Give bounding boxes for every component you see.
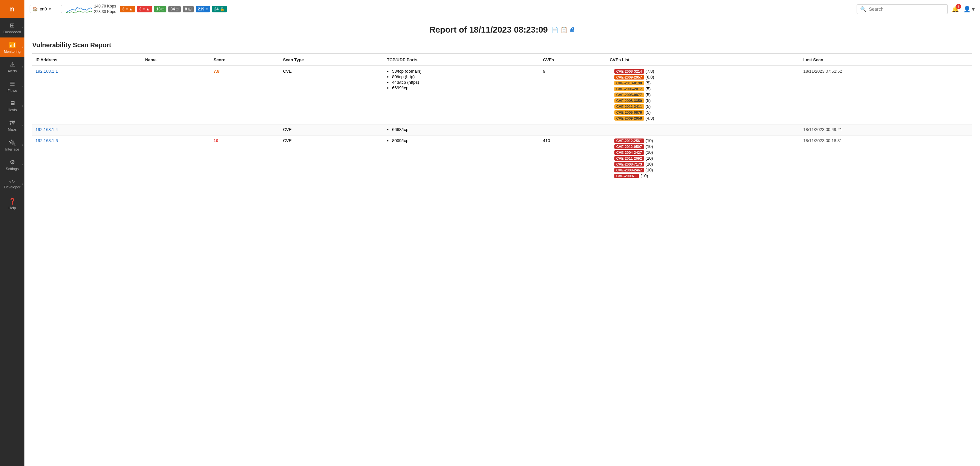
cell-cves-list — [606, 124, 800, 136]
badge-lists-blue[interactable]: 219 ≡ — [196, 6, 210, 13]
search-input[interactable] — [869, 6, 944, 12]
ip-link[interactable]: 192.168.1.1 — [35, 69, 58, 73]
badge-flows-green[interactable]: 13 □ — [154, 6, 166, 13]
col-cves-list: CVEs List — [606, 54, 800, 66]
cve-tag[interactable]: CVE-2008-3350 — [614, 98, 644, 103]
interface-name: en0 — [40, 6, 47, 11]
alerts-icon: ⚠ — [10, 61, 15, 68]
notifications-button[interactable]: 🔔 3 — [952, 6, 959, 13]
cve-tag[interactable]: CVE-2008-7173 — [614, 162, 644, 166]
cve-tag[interactable]: CVE-2009-2958 — [614, 116, 644, 121]
topbar-icons: 🔔 3 👤 ▾ — [952, 6, 975, 13]
cell-ip: 192.168.1.4 — [32, 124, 142, 136]
badge-alerts-red[interactable]: 3 ≡ ▲ — [137, 6, 152, 13]
cve-tag[interactable]: CVE-2005-0877 — [614, 93, 644, 97]
chevron-icon: › — [22, 144, 23, 147]
cell-ip: 192.168.1.1 — [32, 66, 142, 124]
settings-icon: ⚙ — [10, 159, 15, 166]
chevron-icon: › — [22, 46, 23, 49]
traffic-down: 223.30 Kbps — [94, 9, 116, 15]
vulnerability-table: IP Address Name Score Scan Type TCP/UDP … — [32, 53, 972, 182]
cve-tag[interactable]: CVE-2012-2561 — [614, 139, 644, 143]
sidebar-item-label: Hosts — [8, 108, 17, 112]
chevron-icon: › — [22, 182, 23, 186]
sidebar: n ⊞ Dashboard › 📶 Monitoring › ⚠ Alerts … — [0, 0, 24, 466]
badge-alerts-orange[interactable]: 3 ≡ ▲ — [120, 6, 135, 13]
cve-tag[interactable]: CVE-2005-0876 — [614, 110, 644, 115]
dashboard-icon: ⊞ — [10, 22, 15, 29]
cell-score: 10 — [210, 136, 280, 182]
col-scan-type: Scan Type — [280, 54, 383, 66]
sidebar-item-label: Developer — [4, 185, 20, 189]
cve-list-item: CVE-2009-2467 (10) — [614, 168, 797, 172]
report-title-text: Report of 18/11/2023 08:23:09 — [429, 25, 547, 35]
sidebar-item-maps[interactable]: 🗺 Maps › — [0, 116, 24, 135]
cve-list-item: CVE-2004-2427 (10) — [614, 150, 797, 155]
cell-score: 7.8 — [210, 66, 280, 124]
cell-cves-count: 9 — [540, 66, 606, 124]
cve-tag[interactable]: CVE-2009-2467 — [614, 168, 644, 172]
badge-flows-gray[interactable]: 34 □ — [168, 6, 181, 13]
search-box[interactable]: 🔍 — [857, 4, 948, 14]
cell-ports: 6668/tcp — [383, 124, 540, 136]
col-score: Score — [210, 54, 280, 66]
cve-tag[interactable]: CVE-2013-0198 — [614, 81, 644, 85]
cve-tag[interactable]: CVE-2009-2957 — [614, 75, 644, 80]
badge-hosts-gray[interactable]: 8 ⊞ — [183, 6, 194, 13]
sidebar-item-developer[interactable]: </> Developer › — [0, 174, 24, 194]
score-value: 10 — [213, 138, 218, 143]
developer-icon: </> — [9, 179, 15, 184]
cve-tag[interactable]: CVE-2006-2017 — [614, 87, 644, 91]
ip-link[interactable]: 192.168.1.6 — [35, 138, 58, 143]
user-menu-button[interactable]: 👤 ▾ — [963, 6, 975, 13]
cve-list-item: CVE-2008-3214 (7.8) — [614, 69, 797, 73]
download-csv-icon[interactable]: 📋 — [560, 26, 568, 34]
print-icon[interactable]: 🖨 — [570, 26, 575, 33]
badge-shield-teal[interactable]: 24 🔒 — [212, 6, 227, 13]
cve-list-item: CVE-2008-7173 (10) — [614, 162, 797, 166]
cell-name — [142, 136, 210, 182]
ip-link[interactable]: 192.168.1.4 — [35, 127, 58, 132]
sidebar-item-label: Maps — [8, 128, 17, 131]
sidebar-item-label: Settings — [6, 167, 19, 171]
section-title: Vulnerability Scan Report — [32, 41, 972, 49]
cve-tag[interactable]: CVE-2012-0507 — [614, 144, 644, 149]
cell-scan-type: CVE — [280, 124, 383, 136]
cell-last-scan: 18/11/2023 00:18:31 — [800, 136, 972, 182]
cve-list-item: CVE-2006-2017 (5) — [614, 86, 797, 91]
interface-icon: 🔌 — [9, 139, 16, 146]
cell-cves-list: CVE-2012-2561 (10)CVE-2012-0507 (10)CVE-… — [606, 136, 800, 182]
cve-list-item: CVE-2012-0507 (10) — [614, 144, 797, 149]
cve-tag[interactable]: CVE-2009-... — [614, 174, 639, 178]
table-row: 192.168.1.610CVE8009/tcp410CVE-2012-2561… — [32, 136, 972, 182]
app-logo: n — [0, 0, 24, 18]
cve-tag[interactable]: CVE-2012-3411 — [614, 104, 644, 109]
sidebar-item-interface[interactable]: 🔌 Interface › — [0, 135, 24, 155]
sidebar-item-label: Alerts — [8, 69, 17, 73]
download-pdf-icon[interactable]: 📄 — [551, 26, 558, 34]
report-title: Report of 18/11/2023 08:23:09 📄 📋 🖨 — [32, 25, 972, 35]
cve-tag[interactable]: CVE-2004-2427 — [614, 150, 644, 155]
chevron-icon: › — [22, 26, 23, 29]
sidebar-item-alerts[interactable]: ⚠ Alerts › — [0, 57, 24, 77]
sidebar-item-monitoring[interactable]: 📶 Monitoring › — [0, 37, 24, 57]
cve-list-item: CVE-2012-3411 (5) — [614, 104, 797, 109]
cve-tag[interactable]: CVE-2011-2092 — [614, 156, 644, 161]
port-item: 6699/tcp — [392, 85, 536, 90]
cve-list-item: CVE-2013-0198 (5) — [614, 80, 797, 85]
sidebar-item-help[interactable]: ❓ Help — [0, 194, 24, 214]
sidebar-item-label: Flows — [8, 89, 17, 93]
cell-name — [142, 66, 210, 124]
cell-ip: 192.168.1.6 — [32, 136, 142, 182]
flows-icon: ☰ — [10, 80, 15, 88]
sidebar-item-hosts[interactable]: 🖥 Hosts › — [0, 96, 24, 116]
sidebar-item-label: Monitoring — [4, 49, 21, 53]
cve-tag[interactable]: CVE-2008-3214 — [614, 69, 644, 73]
port-item: 8009/tcp — [392, 138, 536, 143]
interface-selector[interactable]: 🏠 en0 ▾ — [30, 5, 62, 13]
sidebar-item-settings[interactable]: ⚙ Settings › — [0, 155, 24, 174]
chevron-icon: › — [22, 104, 23, 107]
sidebar-item-dashboard[interactable]: ⊞ Dashboard › — [0, 18, 24, 37]
user-dropdown-icon: ▾ — [972, 6, 975, 13]
sidebar-item-flows[interactable]: ☰ Flows › — [0, 77, 24, 96]
